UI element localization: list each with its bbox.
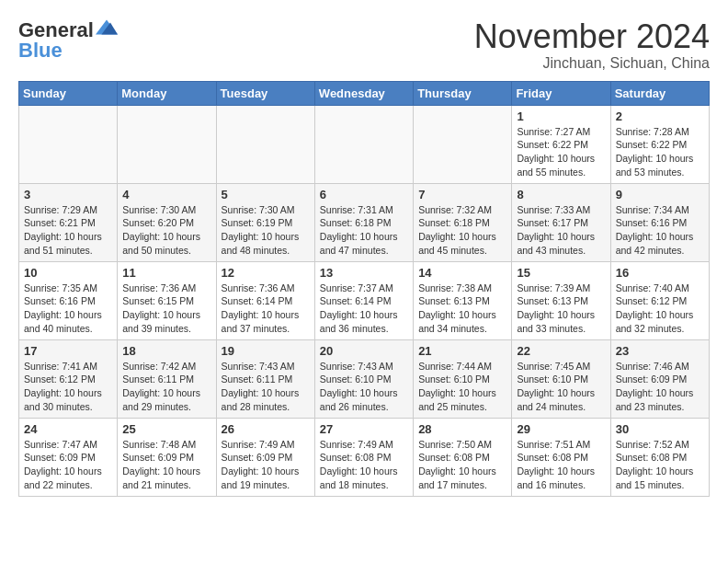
day-number: 12 [222,266,310,280]
day-info: Sunrise: 7:36 AMSunset: 6:14 PMDaylight:… [222,282,310,336]
calendar-cell [216,105,314,183]
day-number: 18 [122,344,210,358]
calendar-cell: 9Sunrise: 7:34 AMSunset: 6:16 PMDaylight… [610,183,709,261]
calendar-cell: 3Sunrise: 7:29 AMSunset: 6:21 PMDaylight… [19,183,118,261]
header-row: SundayMondayTuesdayWednesdayThursdayFrid… [19,81,710,105]
calendar-cell [19,105,118,183]
day-info: Sunrise: 7:40 AMSunset: 6:12 PMDaylight:… [616,282,704,336]
day-info: Sunrise: 7:39 AMSunset: 6:13 PMDaylight:… [517,282,605,336]
calendar-cell: 6Sunrise: 7:31 AMSunset: 6:18 PMDaylight… [314,183,413,261]
calendar-cell: 19Sunrise: 7:43 AMSunset: 6:11 PMDayligh… [216,339,314,418]
location: Jinchuan, Sichuan, China [474,55,710,72]
day-number: 15 [517,266,605,280]
day-info: Sunrise: 7:27 AMSunset: 6:22 PMDaylight:… [517,125,605,179]
day-number: 27 [320,422,408,436]
calendar-cell: 29Sunrise: 7:51 AMSunset: 6:08 PMDayligh… [512,418,610,496]
day-info: Sunrise: 7:38 AMSunset: 6:13 PMDaylight:… [418,282,506,336]
calendar-cell: 1Sunrise: 7:27 AMSunset: 6:22 PMDaylight… [512,105,610,183]
weekday-header: Monday [118,81,216,105]
calendar-cell: 21Sunrise: 7:44 AMSunset: 6:10 PMDayligh… [414,339,512,418]
day-info: Sunrise: 7:28 AMSunset: 6:22 PMDaylight:… [616,125,704,179]
calendar-cell: 12Sunrise: 7:36 AMSunset: 6:14 PMDayligh… [216,261,314,339]
calendar-cell: 2Sunrise: 7:28 AMSunset: 6:22 PMDaylight… [610,105,709,183]
day-info: Sunrise: 7:33 AMSunset: 6:17 PMDaylight:… [517,203,605,258]
calendar-cell: 26Sunrise: 7:49 AMSunset: 6:09 PMDayligh… [216,418,314,496]
day-info: Sunrise: 7:31 AMSunset: 6:18 PMDaylight:… [320,203,408,258]
calendar-cell: 23Sunrise: 7:46 AMSunset: 6:09 PMDayligh… [610,339,709,418]
day-number: 16 [616,266,704,280]
day-info: Sunrise: 7:34 AMSunset: 6:16 PMDaylight:… [616,203,704,258]
day-info: Sunrise: 7:36 AMSunset: 6:15 PMDaylight:… [122,282,210,336]
day-number: 21 [418,344,506,358]
calendar-cell: 14Sunrise: 7:38 AMSunset: 6:13 PMDayligh… [414,261,512,339]
calendar-cell: 16Sunrise: 7:40 AMSunset: 6:12 PMDayligh… [610,261,709,339]
calendar-cell: 10Sunrise: 7:35 AMSunset: 6:16 PMDayligh… [19,261,118,339]
calendar-cell: 30Sunrise: 7:52 AMSunset: 6:08 PMDayligh… [610,418,709,496]
day-number: 19 [222,344,310,358]
logo-icon [96,19,118,38]
calendar-row: 24Sunrise: 7:47 AMSunset: 6:09 PMDayligh… [19,418,710,496]
day-info: Sunrise: 7:49 AMSunset: 6:09 PMDaylight:… [222,438,310,492]
day-number: 4 [122,188,210,201]
day-info: Sunrise: 7:29 AMSunset: 6:21 PMDaylight:… [24,203,112,258]
calendar-row: 10Sunrise: 7:35 AMSunset: 6:16 PMDayligh… [19,261,710,339]
day-info: Sunrise: 7:52 AMSunset: 6:08 PMDaylight:… [616,438,704,492]
day-number: 17 [24,344,112,358]
day-number: 10 [24,266,112,280]
day-number: 22 [517,344,605,358]
weekday-header: Wednesday [314,81,413,105]
day-number: 23 [616,344,704,358]
day-number: 14 [418,266,506,280]
day-number: 29 [517,422,605,436]
day-info: Sunrise: 7:48 AMSunset: 6:09 PMDaylight:… [122,438,210,492]
day-number: 9 [616,188,704,201]
calendar-cell: 20Sunrise: 7:43 AMSunset: 6:10 PMDayligh… [314,339,413,418]
calendar-cell: 24Sunrise: 7:47 AMSunset: 6:09 PMDayligh… [19,418,118,496]
day-number: 26 [222,422,310,436]
day-info: Sunrise: 7:44 AMSunset: 6:10 PMDaylight:… [418,360,506,414]
day-info: Sunrise: 7:42 AMSunset: 6:11 PMDaylight:… [122,360,210,414]
calendar-cell [118,105,216,183]
calendar-row: 3Sunrise: 7:29 AMSunset: 6:21 PMDaylight… [19,183,710,261]
calendar-cell: 5Sunrise: 7:30 AMSunset: 6:19 PMDaylight… [216,183,314,261]
calendar-cell: 11Sunrise: 7:36 AMSunset: 6:15 PMDayligh… [118,261,216,339]
calendar-cell: 28Sunrise: 7:50 AMSunset: 6:08 PMDayligh… [414,418,512,496]
day-info: Sunrise: 7:41 AMSunset: 6:12 PMDaylight:… [24,360,112,414]
calendar-row: 1Sunrise: 7:27 AMSunset: 6:22 PMDaylight… [19,105,710,183]
logo-blue-text: Blue [18,39,63,63]
calendar-cell: 8Sunrise: 7:33 AMSunset: 6:17 PMDaylight… [512,183,610,261]
calendar-table: SundayMondayTuesdayWednesdayThursdayFrid… [18,81,710,497]
calendar-cell [414,105,512,183]
day-number: 1 [517,109,605,123]
day-number: 7 [418,188,506,201]
calendar-cell: 7Sunrise: 7:32 AMSunset: 6:18 PMDaylight… [414,183,512,261]
page-header: General Blue November 2024 Jinchuan, Sic… [18,18,710,72]
day-number: 5 [222,188,310,201]
day-info: Sunrise: 7:47 AMSunset: 6:09 PMDaylight:… [24,438,112,492]
day-info: Sunrise: 7:50 AMSunset: 6:08 PMDaylight:… [418,438,506,492]
day-info: Sunrise: 7:43 AMSunset: 6:10 PMDaylight:… [320,360,408,414]
day-info: Sunrise: 7:46 AMSunset: 6:09 PMDaylight:… [616,360,704,414]
day-info: Sunrise: 7:45 AMSunset: 6:10 PMDaylight:… [517,360,605,414]
day-number: 30 [616,422,704,436]
weekday-header: Saturday [610,81,709,105]
day-info: Sunrise: 7:51 AMSunset: 6:08 PMDaylight:… [517,438,605,492]
day-info: Sunrise: 7:43 AMSunset: 6:11 PMDaylight:… [222,360,310,414]
day-info: Sunrise: 7:30 AMSunset: 6:20 PMDaylight:… [122,203,210,258]
day-number: 20 [320,344,408,358]
calendar-cell: 13Sunrise: 7:37 AMSunset: 6:14 PMDayligh… [314,261,413,339]
day-number: 8 [517,188,605,201]
day-info: Sunrise: 7:32 AMSunset: 6:18 PMDaylight:… [418,203,506,258]
weekday-header: Friday [512,81,610,105]
day-number: 28 [418,422,506,436]
day-info: Sunrise: 7:37 AMSunset: 6:14 PMDaylight:… [320,282,408,336]
day-number: 25 [122,422,210,436]
day-number: 11 [122,266,210,280]
day-info: Sunrise: 7:49 AMSunset: 6:08 PMDaylight:… [320,438,408,492]
weekday-header: Thursday [414,81,512,105]
logo: General Blue [18,18,118,63]
calendar-cell: 27Sunrise: 7:49 AMSunset: 6:08 PMDayligh… [314,418,413,496]
title-block: November 2024 Jinchuan, Sichuan, China [474,18,710,72]
calendar-row: 17Sunrise: 7:41 AMSunset: 6:12 PMDayligh… [19,339,710,418]
day-number: 13 [320,266,408,280]
